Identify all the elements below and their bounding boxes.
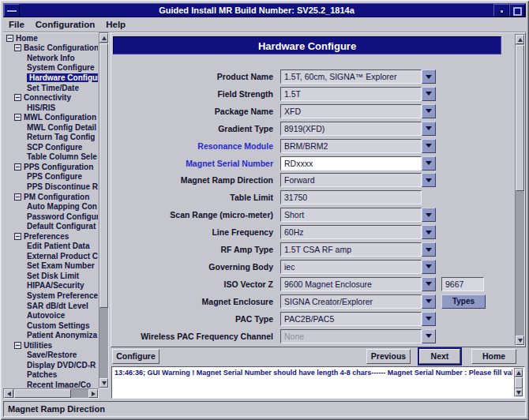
dropdown-arrow-button[interactable] bbox=[422, 87, 436, 101]
collapse-minus-icon[interactable] bbox=[14, 94, 21, 101]
tree-scroll-right-button[interactable] bbox=[88, 389, 98, 398]
tree-item-utilities[interactable]: Utilities bbox=[4, 340, 98, 351]
tree-item-set-time-date[interactable]: Set Time/Date bbox=[4, 83, 98, 93]
tree-item-pps-configuration[interactable]: PPS Configuration bbox=[4, 162, 98, 172]
tree-scroll-up-button[interactable] bbox=[99, 33, 108, 43]
menu-configuration[interactable]: Configuration bbox=[30, 18, 100, 31]
tree-horizontal-scrollbar[interactable] bbox=[3, 388, 99, 399]
types-button[interactable]: Types bbox=[441, 294, 486, 309]
field-value-package-name[interactable]: XFD bbox=[280, 104, 422, 118]
tree-vertical-scrollbar[interactable] bbox=[99, 32, 109, 388]
tree-item-patient-anonymiza[interactable]: Patient Anonymiza bbox=[4, 330, 98, 340]
field-value-pac-type[interactable]: PAC2B/PAC5 bbox=[280, 312, 422, 326]
tree-scroll-thumb[interactable] bbox=[99, 43, 108, 308]
field-value-table-limit[interactable]: 31750 bbox=[280, 190, 422, 204]
tree-item-network-info[interactable]: Network Info bbox=[4, 53, 98, 63]
tree-item-auto-mapping-con[interactable]: Auto Mapping Con bbox=[4, 201, 98, 212]
tree-item-basic-configuration[interactable]: Basic Configuration bbox=[4, 43, 98, 54]
dropdown-arrow-button[interactable] bbox=[422, 225, 436, 239]
field-value-magnet-serial-number[interactable]: RDxxxx bbox=[280, 156, 422, 171]
log-scroll-down-button[interactable] bbox=[515, 388, 523, 396]
log-scroll-thumb[interactable] bbox=[515, 377, 523, 388]
tree-item-pps-discontinue-re[interactable]: PPS Discontinue Re bbox=[4, 182, 98, 192]
tree-item-display-dvd-cd-r[interactable]: Display DVD/CD-R bbox=[4, 360, 98, 370]
dropdown-arrow-button[interactable] bbox=[422, 260, 436, 274]
field-value-gradient-type[interactable]: 8919(XFD) bbox=[280, 122, 422, 136]
tree-item-set-exam-number[interactable]: Set Exam Number bbox=[4, 261, 98, 272]
tree-item-recent-image-co[interactable]: Recent Image/Co bbox=[4, 380, 98, 388]
dropdown-arrow-button[interactable] bbox=[422, 242, 436, 257]
tree-item-autovoice[interactable]: Autovoice bbox=[4, 310, 98, 321]
configure-button[interactable]: Configure bbox=[112, 349, 159, 364]
tree-scroll-down-button[interactable] bbox=[99, 378, 108, 388]
collapse-minus-icon[interactable] bbox=[14, 342, 21, 349]
collapse-minus-icon[interactable] bbox=[14, 233, 21, 240]
menu-help[interactable]: Help bbox=[100, 18, 131, 31]
dropdown-arrow-button[interactable] bbox=[422, 312, 436, 326]
field-value-magnet-enclosure[interactable]: SIGNA Creator/Explorer bbox=[280, 294, 422, 309]
window-menu-button[interactable] bbox=[4, 4, 20, 17]
maximize-button[interactable] bbox=[509, 4, 525, 17]
dropdown-arrow-button[interactable] bbox=[422, 173, 436, 187]
form-scroll-down-button[interactable] bbox=[516, 336, 524, 345]
field-value-iso-vector-z[interactable]: 9600 Magnet Enclosure bbox=[280, 277, 422, 291]
dropdown-arrow-button[interactable] bbox=[422, 208, 436, 222]
tree-item-table-column-sele[interactable]: Table Column Sele bbox=[4, 152, 98, 163]
tree-item-mwl-configuration[interactable]: MWL Configuration bbox=[4, 112, 98, 122]
tree-item-hipaa-security[interactable]: HIPAA/Security bbox=[4, 281, 98, 291]
tree-item-system-preferences[interactable]: System Preferences bbox=[4, 291, 98, 301]
collapse-minus-icon[interactable] bbox=[6, 35, 13, 42]
iso-vector-z-input[interactable]: 9667 bbox=[441, 277, 484, 291]
tree-item-external-product-co[interactable]: External Product Co bbox=[4, 251, 98, 261]
dropdown-arrow-button[interactable] bbox=[422, 277, 436, 291]
tree-item-password-configur[interactable]: Password Configur bbox=[4, 212, 98, 222]
tree-item-scp-configure[interactable]: SCP Configure bbox=[4, 142, 98, 152]
collapse-minus-icon[interactable] bbox=[14, 193, 21, 201]
collapse-minus-icon[interactable] bbox=[14, 114, 21, 121]
previous-button[interactable]: Previous bbox=[366, 349, 411, 364]
field-value-line-frequency[interactable]: 60Hz bbox=[280, 225, 422, 239]
tree-item-save-restore[interactable]: Save/Restore bbox=[4, 351, 98, 361]
menu-file[interactable]: File bbox=[3, 18, 30, 31]
home-button[interactable]: Home bbox=[471, 349, 516, 364]
field-value-rf-amp-type[interactable]: 1.5T CSA RF amp bbox=[280, 242, 422, 257]
dropdown-arrow-button[interactable] bbox=[422, 139, 436, 153]
tree-item-set-disk-limit[interactable]: Set Disk Limit bbox=[4, 271, 98, 281]
field-value-scan-range-micro-meter[interactable]: Short bbox=[280, 208, 422, 222]
tree-item-system-configure[interactable]: System Configure bbox=[4, 63, 98, 73]
minimize-button[interactable] bbox=[493, 4, 509, 17]
tree-item-custom-settings[interactable]: Custom Settings bbox=[4, 321, 98, 331]
log-vertical-scrollbar[interactable] bbox=[514, 368, 523, 397]
dropdown-arrow-button[interactable] bbox=[422, 104, 436, 118]
dropdown-arrow-button[interactable] bbox=[422, 122, 436, 136]
field-value-product-name[interactable]: 1.5T, 60cm, SIGNA™ Explorer bbox=[280, 69, 422, 84]
titlebar[interactable]: Guided Install MR Build Number: SV25.2_1… bbox=[3, 3, 526, 17]
tree-item-mwl-config-detail[interactable]: MWL Config Detail bbox=[4, 122, 98, 133]
log-scroll-up-button[interactable] bbox=[515, 369, 523, 377]
tree-item-his-ris[interactable]: HIS/RIS bbox=[4, 103, 98, 113]
tree-item-default-configurat[interactable]: Default Configurat bbox=[4, 221, 98, 231]
field-value-magnet-ramp-direction[interactable]: Forward bbox=[280, 173, 422, 187]
tree-item-edit-patient-data[interactable]: Edit Patient Data bbox=[4, 241, 98, 251]
dropdown-arrow-button[interactable] bbox=[422, 69, 436, 84]
field-value-governing-body[interactable]: iec bbox=[280, 260, 422, 274]
form-vertical-scrollbar[interactable] bbox=[515, 34, 525, 346]
tree-item-home[interactable]: Home bbox=[4, 33, 98, 43]
field-value-resonance-module[interactable]: BRM/BRM2 bbox=[280, 139, 422, 153]
tree-item-preferences[interactable]: Preferences bbox=[4, 231, 98, 242]
dropdown-arrow-button[interactable] bbox=[422, 294, 436, 309]
tree-item-connectivity[interactable]: Connectivity bbox=[4, 92, 98, 103]
dropdown-arrow-button[interactable] bbox=[422, 329, 436, 343]
tree-item-pps-configure[interactable]: PPS Configure bbox=[4, 172, 98, 182]
tree-item-return-tag-config[interactable]: Return Tag Config bbox=[4, 132, 98, 142]
form-scroll-up-button[interactable] bbox=[516, 35, 524, 44]
tree-item-hardware-configure[interactable]: Hardware Configure bbox=[4, 73, 98, 83]
form-scroll-thumb[interactable] bbox=[516, 45, 524, 191]
tree-hscroll-thumb[interactable] bbox=[14, 389, 71, 398]
tree-item-patches[interactable]: Patches bbox=[4, 370, 98, 381]
tree-scroll-left-button[interactable] bbox=[4, 389, 13, 398]
tree-item-sar-db-dt-level[interactable]: SAR dB/dt Level bbox=[4, 301, 98, 311]
collapse-minus-icon[interactable] bbox=[14, 44, 21, 51]
field-value-field-strength[interactable]: 1.5T bbox=[280, 87, 422, 101]
collapse-minus-icon[interactable] bbox=[14, 163, 21, 171]
